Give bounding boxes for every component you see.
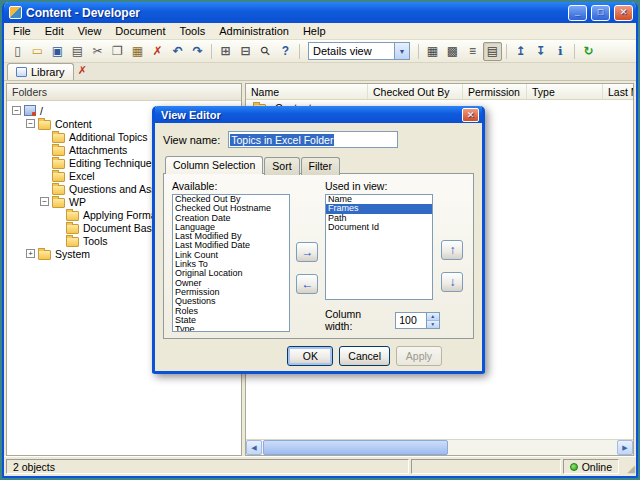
tab-library[interactable]: Library <box>7 63 74 80</box>
toolbar-paste-button[interactable]: ▦ <box>128 42 147 61</box>
spin-up-icon[interactable]: ▲ <box>427 313 439 321</box>
dialog-tab-sort[interactable]: Sort <box>264 157 299 175</box>
menu-item-edit[interactable]: Edit <box>38 24 71 38</box>
remove-column-button[interactable]: ← <box>296 274 318 294</box>
toolbar-check-in-button[interactable]: ↧ <box>531 42 550 61</box>
folder-icon <box>52 159 65 169</box>
used-in-view-listbox[interactable]: NameFramesPathDocument Id <box>325 194 433 300</box>
resize-grip[interactable]: ◢ <box>621 459 635 474</box>
toolbar-new-document-button[interactable]: ▯ <box>8 42 27 61</box>
toolbar-separator <box>574 44 575 59</box>
spin-down-icon[interactable]: ▼ <box>427 321 439 328</box>
paste-icon: ▦ <box>132 45 143 57</box>
toolbar-check-out-button[interactable]: ↥ <box>511 42 530 61</box>
view-name-input[interactable]: Topics in Excel Folder <box>228 131 398 148</box>
print-icon: ▤ <box>72 45 83 57</box>
close-button[interactable]: ✕ <box>614 5 633 21</box>
dialog-body: View name: Topics in Excel Folder Column… <box>155 123 482 371</box>
dialog-tab-column-selection[interactable]: Column Selection <box>165 156 263 174</box>
column-width-value: 100 <box>396 313 426 328</box>
toolbar-save-button[interactable]: ▣ <box>48 42 67 61</box>
move-up-button[interactable]: ↑ <box>441 240 463 260</box>
used-in-view-label: Used in view: <box>325 180 440 192</box>
column-header-checked-out-by[interactable]: Checked Out By <box>368 84 463 99</box>
toolbar-copy-button[interactable]: ❐ <box>108 42 127 61</box>
toolbar-large-icons-view-button[interactable]: ▦ <box>423 42 442 61</box>
add-column-button[interactable]: → <box>296 242 318 262</box>
view-mode-dropdown[interactable]: Details view▼ <box>308 42 410 60</box>
apply-button: Apply <box>396 346 442 366</box>
menu-item-file[interactable]: File <box>6 24 38 38</box>
cancel-button[interactable]: Cancel <box>339 346 390 366</box>
toolbar-small-icons-view-button[interactable]: ▩ <box>443 42 462 61</box>
used-option-document-id[interactable]: Document Id <box>326 223 432 232</box>
undo-icon: ↶ <box>172 45 182 57</box>
collapse-icon[interactable]: − <box>26 119 35 128</box>
toolbar-list-view-button[interactable]: ≡ <box>463 42 482 61</box>
toolbar-undo-button[interactable]: ↶ <box>168 42 187 61</box>
toolbar-refresh-button[interactable]: ↻ <box>579 42 598 61</box>
menu-item-view[interactable]: View <box>71 24 109 38</box>
redo-icon: ↷ <box>192 45 202 57</box>
menu-item-tools[interactable]: Tools <box>173 24 213 38</box>
scroll-left-icon[interactable]: ◀ <box>246 440 262 455</box>
tree-item-label: Content <box>55 118 92 130</box>
add-folder-icon: ▭ <box>32 45 43 57</box>
toolbar-delete-button[interactable]: ✗ <box>148 42 167 61</box>
toolbar-add-folder-button[interactable]: ▭ <box>28 42 47 61</box>
column-header-last-modified-date[interactable]: Last Modified Date <box>603 84 633 99</box>
dialog-tabstrip: Column SelectionSortFilter <box>163 156 474 174</box>
horizontal-scrollbar[interactable]: ◀ ▶ <box>246 439 633 455</box>
tree-item-label: Attachments <box>69 144 127 156</box>
expand-icon[interactable]: + <box>26 249 35 258</box>
move-down-button[interactable]: ↓ <box>441 272 463 292</box>
available-option-type[interactable]: Type <box>173 325 289 332</box>
toolbar-collapse-all-button[interactable]: ⊟ <box>236 42 255 61</box>
scroll-right-icon[interactable]: ▶ <box>617 440 633 455</box>
collapse-icon[interactable]: − <box>40 197 49 206</box>
folder-icon <box>52 133 65 143</box>
menu-item-help[interactable]: Help <box>296 24 333 38</box>
dialog-title: View Editor <box>161 109 221 121</box>
small-icons-view-icon: ▩ <box>447 45 458 57</box>
scrollbar-track[interactable] <box>262 440 617 455</box>
scrollbar-thumb[interactable] <box>263 440 448 455</box>
ok-button[interactable]: OK <box>287 346 333 366</box>
column-header-name[interactable]: Name <box>246 84 368 99</box>
window-title: Content - Developer <box>26 6 564 20</box>
dialog-tab-filter[interactable]: Filter <box>301 157 340 175</box>
minimize-button[interactable]: _ <box>568 5 587 21</box>
folder-icon <box>66 237 79 247</box>
maximize-button[interactable]: □ <box>591 5 610 21</box>
tree-item-label: WP <box>69 196 86 208</box>
status-pane <box>411 459 561 474</box>
menu-item-document[interactable]: Document <box>108 24 172 38</box>
column-header-type[interactable]: Type <box>527 84 603 99</box>
dialog-close-button[interactable]: ✕ <box>462 108 479 122</box>
toolbar-expand-all-button[interactable]: ⊞ <box>216 42 235 61</box>
details-view-icon: ▤ <box>487 45 498 57</box>
tab-close-icon[interactable]: ✗ <box>74 64 91 79</box>
collapse-icon[interactable]: − <box>12 106 21 115</box>
column-width-spinner[interactable]: 100 ▲ ▼ <box>395 312 440 329</box>
available-listbox[interactable]: Checked Out ByChecked Out HostnameCreati… <box>172 194 290 332</box>
toolbar-redo-button[interactable]: ↷ <box>188 42 207 61</box>
toolbar: ▯▭▣▤✂❐▦✗↶↷⊞⊟⚲?Details view▼▦▩≡▤↥↧ℹ↻ <box>4 40 636 63</box>
tree-item-label: Tools <box>83 235 108 247</box>
save-icon: ▣ <box>52 45 63 57</box>
online-label: Online <box>582 461 612 473</box>
new-document-icon: ▯ <box>14 45 21 57</box>
folder-icon <box>52 172 65 182</box>
toolbar-details-view-button[interactable]: ▤ <box>483 42 502 61</box>
toolbar-help-button[interactable]: ? <box>276 42 295 61</box>
view-mode-value: Details view <box>309 45 394 57</box>
chevron-down-icon[interactable]: ▼ <box>394 43 409 59</box>
menu-item-administration[interactable]: Administration <box>212 24 296 38</box>
toolbar-cut-button[interactable]: ✂ <box>88 42 107 61</box>
column-header-permission[interactable]: Permission <box>463 84 527 99</box>
folder-icon <box>66 224 79 234</box>
tree-item-label: Additional Topics <box>69 131 148 143</box>
toolbar-find-button[interactable]: ⚲ <box>256 42 275 61</box>
toolbar-print-button[interactable]: ▤ <box>68 42 87 61</box>
toolbar-properties-button[interactable]: ℹ <box>551 42 570 61</box>
